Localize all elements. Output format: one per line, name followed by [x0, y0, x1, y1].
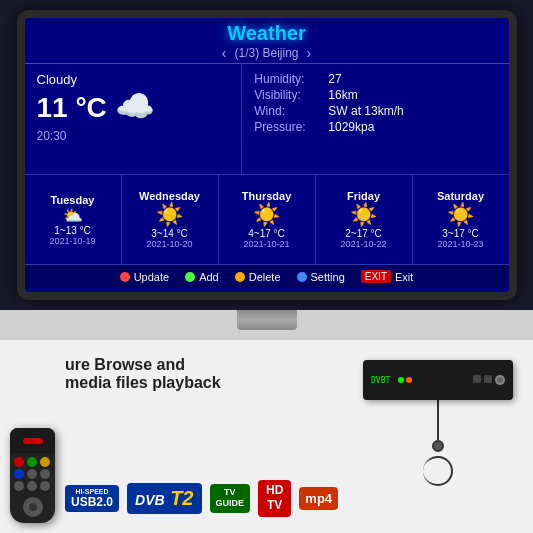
- remote-btn4[interactable]: [27, 481, 37, 491]
- forecast-wednesday: Wednesday ☀️ 3~14 °C 2021-10-20: [122, 175, 219, 264]
- dvb-port1: [473, 375, 481, 383]
- tv-guide-tv: TV: [216, 487, 245, 499]
- tv-bezel: Weather ‹ (1/3) Beijing › Cloudy 11 °C ☁…: [17, 10, 517, 300]
- thursday-icon: ☀️: [253, 202, 280, 228]
- hd-tv-tv: TV: [266, 498, 283, 514]
- remote-green-btn[interactable]: [27, 457, 37, 467]
- remote-red-btn[interactable]: [14, 457, 24, 467]
- toolbar-setting[interactable]: Setting: [297, 271, 345, 283]
- current-time: 20:30: [37, 129, 230, 143]
- tuesday-label: Tuesday: [51, 194, 95, 206]
- logo-badges: HI-SPEED USB2.0 DVB T2 TV GUIDE HD TV mp…: [65, 480, 338, 517]
- usb-badge: HI-SPEED USB2.0: [65, 485, 119, 512]
- friday-icon: ☀️: [350, 202, 377, 228]
- tv-stand: [0, 310, 533, 340]
- thursday-label: Thursday: [242, 190, 292, 202]
- tv-guide-badge: TV GUIDE: [210, 484, 251, 513]
- wednesday-icon: ☀️: [156, 202, 183, 228]
- forecast-saturday: Saturday ☀️ 3~17 °C 2021-10-23: [413, 175, 509, 264]
- toolbar-delete[interactable]: Delete: [235, 271, 281, 283]
- feature-text-line1: ure Browse and: [65, 356, 221, 374]
- remote-btn2[interactable]: [40, 469, 50, 479]
- remote-btn5[interactable]: [40, 481, 50, 491]
- feature-text-line2: media files playback: [65, 374, 221, 392]
- weather-nav: ‹ (1/3) Beijing ›: [25, 45, 509, 61]
- antenna-connector: [432, 440, 444, 452]
- remote-btn3[interactable]: [14, 481, 24, 491]
- toolbar-update[interactable]: Update: [120, 271, 169, 283]
- nav-left-arrow[interactable]: ‹: [222, 45, 227, 61]
- dvb-led1: [398, 377, 404, 383]
- power-button-icon[interactable]: [23, 438, 43, 444]
- wednesday-date: 2021-10-20: [146, 239, 192, 249]
- antenna-cable-loop: [423, 456, 453, 486]
- dvb-display: DVBT: [371, 376, 390, 385]
- pressure-label: Pressure:: [254, 120, 324, 134]
- dvb-coax-port: [495, 375, 505, 385]
- current-weather: Cloudy 11 °C ☁️ 20:30: [25, 64, 243, 174]
- hd-tv-hd: HD: [266, 483, 283, 499]
- friday-date: 2021-10-22: [340, 239, 386, 249]
- toolbar-exit[interactable]: EXIT Exit: [361, 270, 414, 283]
- humidity-row: Humidity: 27: [254, 72, 496, 86]
- mp4-label: mp4: [305, 491, 332, 506]
- red-dot-icon: [120, 272, 130, 282]
- exit-label: Exit: [395, 271, 413, 283]
- yellow-dot-icon: [235, 272, 245, 282]
- dvb-receiver-box: DVBT: [363, 360, 513, 400]
- add-label: Add: [199, 271, 219, 283]
- dvb-cable: [437, 400, 439, 440]
- dvb-ports: [473, 375, 505, 385]
- forecast-row: Tuesday ⛅ 1~13 °C 2021-10-19 Wednesday ☀…: [25, 174, 509, 264]
- tuesday-temp: 1~13 °C: [54, 225, 91, 236]
- nav-right-arrow[interactable]: ›: [307, 45, 312, 61]
- humidity-label: Humidity:: [254, 72, 324, 86]
- exit-button[interactable]: EXIT: [361, 270, 391, 283]
- tv-container: Weather ‹ (1/3) Beijing › Cloudy 11 °C ☁…: [0, 0, 533, 310]
- humidity-value: 27: [328, 72, 341, 86]
- pressure-value: 1029kpa: [328, 120, 374, 134]
- remote-blue-btn[interactable]: [14, 469, 24, 479]
- weather-header: Weather ‹ (1/3) Beijing ›: [25, 18, 509, 64]
- wind-row: Wind: SW at 13km/h: [254, 104, 496, 118]
- toolbar: Update Add Delete Setting EXIT Exit: [25, 264, 509, 288]
- saturday-date: 2021-10-23: [437, 239, 483, 249]
- tv-guide-guide: GUIDE: [216, 498, 245, 510]
- dvb-device-area: DVBT: [363, 350, 513, 486]
- current-condition: Cloudy: [37, 72, 230, 87]
- update-label: Update: [134, 271, 169, 283]
- friday-temp: 2~17 °C: [345, 228, 382, 239]
- wind-label: Wind:: [254, 104, 324, 118]
- weather-details: Humidity: 27 Visibility: 16km Wind: SW a…: [242, 64, 508, 174]
- cloud-icon: ☁️: [115, 87, 155, 125]
- remote-yellow-btn[interactable]: [40, 457, 50, 467]
- remote-buttons: [10, 453, 55, 495]
- weather-title: Weather: [25, 22, 509, 45]
- hd-tv-badge: HD TV: [258, 480, 291, 517]
- usb-label: USB2.0: [71, 496, 113, 509]
- remote-btn1[interactable]: [27, 469, 37, 479]
- stand-neck: [237, 310, 297, 330]
- dvb-t2-text: T2: [170, 487, 193, 509]
- visibility-value: 16km: [328, 88, 357, 102]
- pressure-row: Pressure: 1029kpa: [254, 120, 496, 134]
- green-dot-icon: [185, 272, 195, 282]
- visibility-label: Visibility:: [254, 88, 324, 102]
- setting-label: Setting: [311, 271, 345, 283]
- toolbar-add[interactable]: Add: [185, 271, 219, 283]
- saturday-icon: ☀️: [447, 202, 474, 228]
- thursday-date: 2021-10-21: [243, 239, 289, 249]
- visibility-row: Visibility: 16km: [254, 88, 496, 102]
- wednesday-label: Wednesday: [139, 190, 200, 202]
- remote-nav-circle[interactable]: [23, 497, 43, 517]
- mp4-badge: mp4: [299, 487, 338, 510]
- thursday-temp: 4~17 °C: [248, 228, 285, 239]
- weather-main: Cloudy 11 °C ☁️ 20:30 Humidity: 27 Visib…: [25, 64, 509, 174]
- forecast-thursday: Thursday ☀️ 4~17 °C 2021-10-21: [219, 175, 316, 264]
- wednesday-temp: 3~14 °C: [151, 228, 188, 239]
- dvbt2-badge: DVB T2: [127, 483, 201, 514]
- remote-top: [10, 428, 55, 453]
- blue-dot-icon: [297, 272, 307, 282]
- bottom-section: ure Browse and media files playback HI-S…: [0, 340, 533, 533]
- saturday-label: Saturday: [437, 190, 484, 202]
